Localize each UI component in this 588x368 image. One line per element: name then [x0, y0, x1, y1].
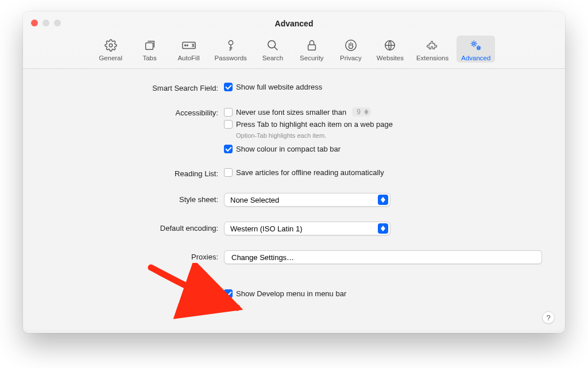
label-style-sheet: Style sheet:	[46, 193, 218, 204]
hand-icon	[345, 38, 357, 53]
tab-label: Search	[262, 55, 283, 61]
tab-label: Advanced	[461, 55, 490, 61]
tab-autofill[interactable]: AutoFill	[171, 36, 207, 63]
label-default-encoding: Default encoding:	[46, 222, 218, 233]
tab-label: Privacy	[340, 55, 362, 61]
font-size-value: 9	[357, 108, 361, 116]
checkbox-press-tab[interactable]	[224, 120, 233, 129]
label-smart-search: Smart Search Field:	[46, 83, 218, 92]
tab-label: General	[99, 55, 122, 61]
globe-icon	[384, 38, 396, 53]
option-show-full-address: Show full website address	[236, 83, 322, 91]
option-save-offline: Save articles for offline reading automa…	[236, 168, 384, 177]
preferences-toolbar: General Tabs AutoFill P	[23, 36, 565, 69]
tabs-icon	[144, 38, 156, 53]
svg-rect-1	[145, 42, 153, 49]
puzzle-icon	[426, 38, 439, 53]
checkbox-save-offline[interactable]	[224, 168, 233, 177]
option-show-colour-tab: Show colour in compact tab bar	[236, 145, 341, 153]
hint-option-tab: Option-Tab highlights each item.	[224, 132, 542, 139]
option-press-tab: Press Tab to highlight each item on a we…	[236, 120, 393, 129]
tab-websites[interactable]: Websites	[372, 36, 408, 63]
svg-point-11	[478, 47, 480, 49]
label-reading-list: Reading List:	[46, 168, 218, 178]
checkbox-show-develop-menu[interactable]	[224, 289, 233, 298]
svg-point-3	[184, 45, 185, 46]
preferences-window: Advanced General Tabs	[23, 11, 565, 333]
tab-security[interactable]: Security	[294, 36, 330, 63]
svg-point-10	[473, 42, 475, 45]
tab-extensions[interactable]: Extensions	[412, 36, 453, 63]
checkbox-show-full-address[interactable]	[224, 83, 233, 91]
tab-search[interactable]: Search	[255, 36, 291, 63]
select-arrows-icon	[378, 223, 388, 234]
tab-label: AutoFill	[177, 55, 199, 61]
traffic-lights	[31, 20, 61, 26]
option-show-develop-menu: Show Develop menu in menu bar	[236, 289, 346, 298]
stepper-arrows	[364, 109, 369, 115]
style-sheet-value: None Selected	[230, 196, 279, 204]
help-label: ?	[546, 313, 550, 322]
select-style-sheet[interactable]: None Selected	[224, 193, 390, 207]
label-accessibility: Accessibility:	[46, 107, 218, 117]
tab-advanced[interactable]: Advanced	[457, 36, 495, 63]
titlebar: Advanced	[23, 11, 565, 36]
tab-label: Extensions	[416, 55, 448, 61]
minimize-window-button[interactable]	[42, 20, 49, 26]
help-button[interactable]: ?	[542, 311, 555, 324]
tab-label: Tabs	[142, 55, 156, 61]
select-arrows-icon	[378, 195, 388, 205]
svg-point-6	[268, 41, 276, 48]
label-proxies: Proxies:	[46, 250, 218, 261]
tab-label: Passwords	[215, 55, 247, 61]
svg-point-4	[187, 45, 188, 46]
tab-label: Security	[300, 55, 324, 61]
autofill-icon	[181, 38, 196, 53]
key-icon	[225, 38, 237, 53]
font-size-stepper[interactable]: 9	[352, 107, 371, 117]
button-change-settings[interactable]: Change Settings…	[224, 250, 542, 264]
select-default-encoding[interactable]: Western (ISO Latin 1)	[224, 222, 390, 235]
tab-general[interactable]: General	[93, 36, 129, 63]
close-window-button[interactable]	[31, 20, 38, 26]
tab-content-advanced: Smart Search Field: Show full website ad…	[23, 69, 565, 330]
tab-passwords[interactable]: Passwords	[210, 36, 252, 63]
svg-point-5	[229, 41, 233, 45]
svg-rect-7	[308, 45, 315, 50]
lock-icon	[305, 38, 318, 53]
window-title: Advanced	[23, 11, 565, 36]
tab-label: Websites	[377, 55, 404, 61]
encoding-value: Western (ISO Latin 1)	[230, 224, 302, 233]
tab-tabs[interactable]: Tabs	[132, 36, 168, 63]
search-icon	[266, 38, 279, 53]
gears-icon	[469, 38, 483, 53]
tab-privacy[interactable]: Privacy	[333, 36, 369, 63]
checkbox-show-colour-tab[interactable]	[224, 145, 233, 153]
checkbox-never-font-sizes[interactable]	[224, 108, 233, 117]
option-never-font-sizes: Never use font sizes smaller than	[236, 108, 346, 117]
gear-icon	[105, 38, 117, 53]
svg-point-0	[109, 44, 113, 47]
maximize-window-button[interactable]	[54, 20, 61, 26]
change-settings-label: Change Settings…	[231, 253, 294, 262]
